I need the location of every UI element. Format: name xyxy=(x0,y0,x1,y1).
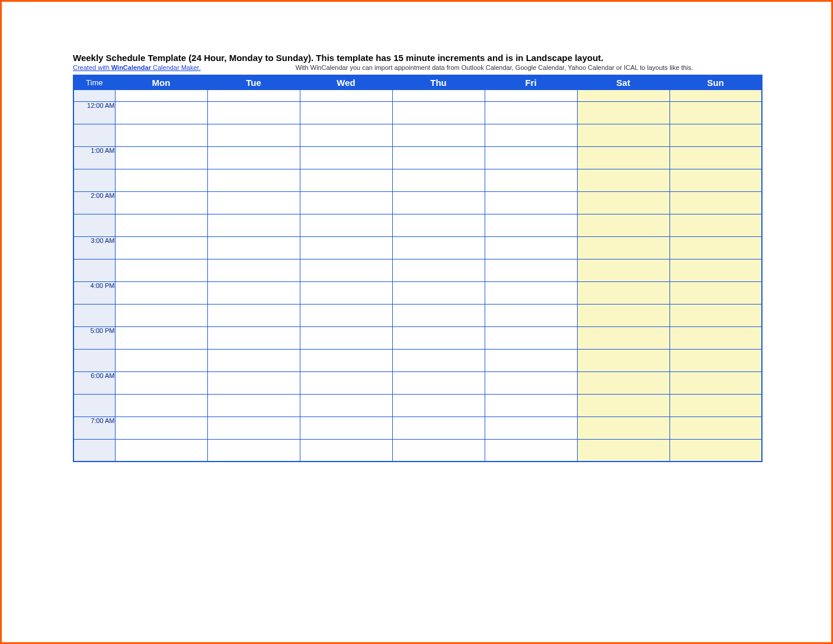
schedule-cell[interactable] xyxy=(669,304,762,326)
schedule-cell[interactable] xyxy=(207,89,300,101)
schedule-cell[interactable] xyxy=(207,101,300,124)
schedule-cell[interactable] xyxy=(669,124,762,146)
schedule-cell[interactable] xyxy=(392,349,485,371)
schedule-cell[interactable] xyxy=(577,236,669,259)
schedule-cell[interactable] xyxy=(115,394,207,416)
schedule-cell[interactable] xyxy=(392,191,485,214)
schedule-cell[interactable] xyxy=(300,304,392,326)
schedule-cell[interactable] xyxy=(207,281,300,304)
schedule-cell[interactable] xyxy=(207,169,300,191)
schedule-cell[interactable] xyxy=(577,146,669,169)
schedule-cell[interactable] xyxy=(207,191,300,214)
schedule-cell[interactable] xyxy=(115,281,207,304)
schedule-cell[interactable] xyxy=(207,146,300,169)
schedule-cell[interactable] xyxy=(115,439,207,462)
schedule-cell[interactable] xyxy=(577,169,669,191)
schedule-cell[interactable] xyxy=(485,89,577,101)
schedule-cell[interactable] xyxy=(485,394,577,416)
schedule-cell[interactable] xyxy=(392,304,485,326)
schedule-cell[interactable] xyxy=(115,259,207,281)
schedule-cell[interactable] xyxy=(392,281,485,304)
schedule-cell[interactable] xyxy=(300,281,392,304)
schedule-cell[interactable] xyxy=(392,394,485,416)
schedule-cell[interactable] xyxy=(300,169,392,191)
schedule-cell[interactable] xyxy=(669,439,762,462)
schedule-cell[interactable] xyxy=(485,236,577,259)
schedule-cell[interactable] xyxy=(577,349,669,371)
schedule-cell[interactable] xyxy=(207,236,300,259)
schedule-cell[interactable] xyxy=(669,394,762,416)
schedule-cell[interactable] xyxy=(300,326,392,349)
schedule-cell[interactable] xyxy=(577,416,669,439)
schedule-cell[interactable] xyxy=(300,191,392,214)
schedule-cell[interactable] xyxy=(115,349,207,371)
schedule-cell[interactable] xyxy=(115,124,207,146)
schedule-cell[interactable] xyxy=(115,371,207,394)
schedule-cell[interactable] xyxy=(300,259,392,281)
schedule-cell[interactable] xyxy=(485,416,577,439)
schedule-cell[interactable] xyxy=(115,89,207,101)
schedule-cell[interactable] xyxy=(669,169,762,191)
schedule-cell[interactable] xyxy=(669,371,762,394)
schedule-cell[interactable] xyxy=(115,304,207,326)
schedule-cell[interactable] xyxy=(577,304,669,326)
schedule-cell[interactable] xyxy=(207,416,300,439)
schedule-cell[interactable] xyxy=(577,191,669,214)
schedule-cell[interactable] xyxy=(577,326,669,349)
schedule-cell[interactable] xyxy=(392,259,485,281)
credit-link[interactable]: Created with WinCalendar Calendar Maker. xyxy=(73,64,201,71)
schedule-cell[interactable] xyxy=(115,101,207,124)
schedule-cell[interactable] xyxy=(392,146,485,169)
schedule-cell[interactable] xyxy=(485,259,577,281)
schedule-cell[interactable] xyxy=(392,169,485,191)
schedule-cell[interactable] xyxy=(669,214,762,236)
schedule-cell[interactable] xyxy=(300,394,392,416)
schedule-cell[interactable] xyxy=(669,416,762,439)
schedule-cell[interactable] xyxy=(577,371,669,394)
schedule-cell[interactable] xyxy=(485,146,577,169)
schedule-cell[interactable] xyxy=(577,259,669,281)
schedule-cell[interactable] xyxy=(300,371,392,394)
schedule-cell[interactable] xyxy=(207,259,300,281)
schedule-cell[interactable] xyxy=(392,371,485,394)
schedule-cell[interactable] xyxy=(392,439,485,462)
schedule-cell[interactable] xyxy=(115,146,207,169)
schedule-cell[interactable] xyxy=(392,101,485,124)
schedule-cell[interactable] xyxy=(115,236,207,259)
schedule-cell[interactable] xyxy=(485,281,577,304)
schedule-cell[interactable] xyxy=(207,349,300,371)
schedule-cell[interactable] xyxy=(115,326,207,349)
schedule-cell[interactable] xyxy=(207,371,300,394)
schedule-cell[interactable] xyxy=(485,101,577,124)
schedule-cell[interactable] xyxy=(485,214,577,236)
schedule-cell[interactable] xyxy=(577,214,669,236)
schedule-cell[interactable] xyxy=(485,124,577,146)
schedule-cell[interactable] xyxy=(207,214,300,236)
schedule-cell[interactable] xyxy=(577,439,669,462)
schedule-cell[interactable] xyxy=(669,146,762,169)
schedule-cell[interactable] xyxy=(392,416,485,439)
schedule-cell[interactable] xyxy=(300,214,392,236)
schedule-cell[interactable] xyxy=(485,349,577,371)
schedule-cell[interactable] xyxy=(300,89,392,101)
schedule-cell[interactable] xyxy=(207,326,300,349)
schedule-cell[interactable] xyxy=(207,304,300,326)
schedule-cell[interactable] xyxy=(207,394,300,416)
schedule-cell[interactable] xyxy=(392,326,485,349)
schedule-cell[interactable] xyxy=(669,281,762,304)
schedule-cell[interactable] xyxy=(669,326,762,349)
schedule-cell[interactable] xyxy=(115,214,207,236)
schedule-cell[interactable] xyxy=(115,191,207,214)
schedule-cell[interactable] xyxy=(577,101,669,124)
schedule-cell[interactable] xyxy=(300,236,392,259)
schedule-cell[interactable] xyxy=(207,124,300,146)
schedule-cell[interactable] xyxy=(300,124,392,146)
schedule-cell[interactable] xyxy=(577,281,669,304)
schedule-cell[interactable] xyxy=(669,191,762,214)
schedule-cell[interactable] xyxy=(485,304,577,326)
schedule-cell[interactable] xyxy=(485,169,577,191)
schedule-cell[interactable] xyxy=(485,326,577,349)
schedule-cell[interactable] xyxy=(300,416,392,439)
schedule-cell[interactable] xyxy=(300,101,392,124)
schedule-cell[interactable] xyxy=(485,191,577,214)
